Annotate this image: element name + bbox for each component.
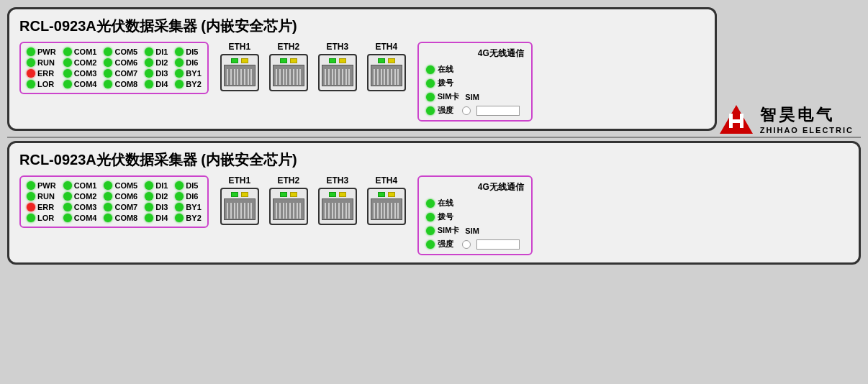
led-com7-1: COM7 xyxy=(104,69,137,78)
led-run-label-2: RUN xyxy=(37,192,55,201)
led-lor-1: LOR xyxy=(27,80,56,88)
online-led-2 xyxy=(426,199,435,208)
led-com6-dot-2 xyxy=(104,192,112,201)
eth2-port-1: ETH2 xyxy=(269,42,308,91)
led-by2-1: BY2 xyxy=(175,80,201,88)
led-by1-label-2: BY1 xyxy=(186,203,201,211)
led-err-dot-2 xyxy=(27,203,35,211)
led-err-label-1: ERR xyxy=(37,69,54,78)
led-di5-dot-2 xyxy=(175,181,184,190)
eth3-port-1: ETH3 xyxy=(318,42,357,91)
led-di2-label-2: DI2 xyxy=(155,192,168,201)
eth4-port-2: ETH4 xyxy=(367,175,406,225)
eth4-label-1: ETH4 xyxy=(375,42,397,52)
brand-chinese: 智昊电气 xyxy=(760,104,835,126)
led-com3-2: COM3 xyxy=(63,203,97,211)
led-com2-dot-2 xyxy=(63,192,72,201)
led-com5-label-1: COM5 xyxy=(114,47,137,56)
led-com1-dot-1 xyxy=(63,47,72,56)
led-com8-2: COM8 xyxy=(104,214,137,222)
led-com3-dot-1 xyxy=(63,69,72,78)
led-com1-dot-2 xyxy=(63,181,72,190)
led-com1-2: COM1 xyxy=(63,181,97,190)
eth1-label-1: ETH1 xyxy=(228,42,250,52)
led-com2-2: COM2 xyxy=(63,192,97,201)
led-di3-dot-2 xyxy=(145,203,153,211)
sim-text-2: SIM xyxy=(465,227,479,235)
led-di1-1: DI1 xyxy=(145,47,168,56)
led-com7-dot-1 xyxy=(104,69,112,78)
device-panel-2: RCL-0923A光伏数据采集器 (内嵌安全芯片) PWR COM1 COM5 xyxy=(7,141,861,265)
separator-line xyxy=(7,137,861,138)
led-di1-dot-1 xyxy=(145,47,153,56)
led-di6-label-2: DI6 xyxy=(186,192,198,201)
led-di5-2: DI5 xyxy=(175,181,201,190)
led-com8-dot-1 xyxy=(104,80,112,88)
wireless-sim-2: SIM卡 SIM xyxy=(426,225,524,236)
led-err-1: ERR xyxy=(27,69,56,78)
eth2-label-2: ETH2 xyxy=(277,175,299,186)
led-di6-2: DI6 xyxy=(175,192,201,201)
strength-led-2 xyxy=(426,240,435,249)
sim-text-1: SIM xyxy=(465,93,479,101)
led-di2-1: DI2 xyxy=(145,58,168,67)
eth3-label-1: ETH3 xyxy=(326,42,348,52)
led-com6-1: COM6 xyxy=(104,58,137,67)
led-com7-2: COM7 xyxy=(104,203,137,211)
led-com1-1: COM1 xyxy=(63,47,97,56)
eth3-connector-2 xyxy=(318,188,357,225)
led-com6-label-2: COM6 xyxy=(114,192,137,201)
led-com2-label-2: COM2 xyxy=(74,192,97,201)
led-by2-label-2: BY2 xyxy=(186,214,201,222)
led-com5-2: COM5 xyxy=(104,181,137,190)
led-by2-label-1: BY2 xyxy=(186,80,201,88)
dial-led-1 xyxy=(426,79,435,88)
led-pwr-1: PWR xyxy=(27,47,56,56)
led-com2-1: COM2 xyxy=(63,58,97,67)
eth4-connector-1 xyxy=(367,54,406,91)
led-di5-label-1: DI5 xyxy=(186,47,198,56)
signal-bar-2 xyxy=(476,239,520,250)
led-by2-2: BY2 xyxy=(175,214,201,222)
online-label-1: 在线 xyxy=(438,64,459,75)
led-com3-1: COM3 xyxy=(63,69,97,78)
wireless-online-1: 在线 xyxy=(426,64,524,75)
signal-bar-1 xyxy=(476,106,520,116)
device-panel-1: RCL-0923A光伏数据采集器 (内嵌安全芯片) PWR COM1 xyxy=(7,7,717,131)
wireless-online-2: 在线 xyxy=(426,198,524,209)
eth1-port-1: ETH1 xyxy=(220,42,259,91)
led-err-2: ERR xyxy=(27,203,56,211)
brand-area: 智昊电气 ZHIHAO ELECTRIC xyxy=(717,7,861,135)
online-label-2: 在线 xyxy=(438,198,459,209)
led-di3-2: DI3 xyxy=(145,203,168,211)
eth3-port-2: ETH3 xyxy=(318,175,357,225)
led-com5-1: COM5 xyxy=(104,47,137,56)
eth4-port-1: ETH4 xyxy=(367,42,406,91)
eth2-port-2: ETH2 xyxy=(269,175,308,225)
led-di6-dot-1 xyxy=(175,58,184,67)
panel-title-2: RCL-0923A光伏数据采集器 (内嵌安全芯片) xyxy=(19,150,849,170)
led-lor-2: LOR xyxy=(27,214,56,222)
signal-circle-1 xyxy=(462,106,471,115)
led-lor-label-2: LOR xyxy=(37,214,54,222)
led-err-dot-1 xyxy=(27,69,35,78)
eth-section-1: ETH1 xyxy=(220,42,406,91)
wireless-title-1: 4G无线通信 xyxy=(426,47,524,60)
led-di3-dot-1 xyxy=(145,69,153,78)
led-di4-dot-1 xyxy=(145,80,153,88)
eth-section-2: ETH1 xyxy=(220,175,406,225)
dial-led-2 xyxy=(426,213,435,221)
led-di5-1: DI5 xyxy=(175,47,201,56)
led-com8-label-1: COM8 xyxy=(114,80,137,88)
eth4-connector-2 xyxy=(367,188,406,225)
wireless-strength-1: 强度 xyxy=(426,105,524,116)
led-di3-1: DI3 xyxy=(145,69,168,78)
eth3-connector-1 xyxy=(318,54,357,91)
led-di1-label-2: DI1 xyxy=(155,181,168,190)
led-pwr-2: PWR xyxy=(27,181,56,190)
led-lor-label-1: LOR xyxy=(37,80,54,88)
led-pwr-label-2: PWR xyxy=(37,181,56,190)
led-di1-2: DI1 xyxy=(145,181,168,190)
led-com5-dot-2 xyxy=(104,181,112,190)
led-di4-2: DI4 xyxy=(145,214,168,222)
